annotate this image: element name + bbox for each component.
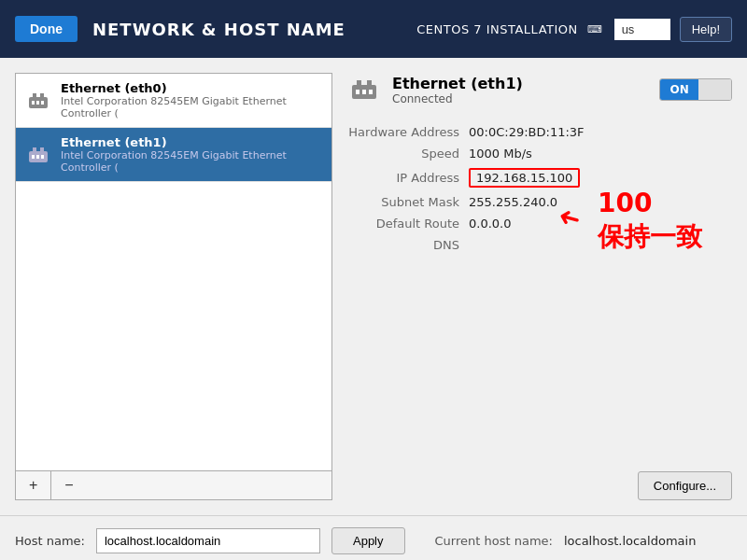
svg-rect-4 (36, 101, 39, 105)
svg-rect-3 (32, 101, 35, 105)
toggle-off-area (698, 79, 731, 100)
page-title: NETWORK & HOST NAME (92, 20, 345, 39)
eth1-detail-status: Connected (392, 92, 523, 105)
apply-button[interactable]: Apply (331, 527, 405, 554)
subnet-value: 255.255.240.0 (469, 195, 557, 209)
current-hostname-value: localhost.localdomain (564, 534, 696, 548)
annotation-line1: 100 (598, 187, 702, 220)
eth0-name: Ethernet (eth0) (61, 81, 322, 95)
hardware-address-value: 00:0C:29:BD:11:3F (469, 125, 585, 139)
bottom-bar: Host name: Apply Current host name: loca… (0, 515, 747, 560)
remove-network-button[interactable]: − (51, 471, 86, 499)
hardware-address-label: Hardware Address (347, 125, 469, 139)
annotation-line2: 保持一致 (598, 220, 702, 254)
main-content: Ethernet (eth0) Intel Corporation 82545E… (0, 58, 747, 515)
ip-value: 192.168.15.100 (469, 168, 580, 188)
svg-rect-9 (32, 155, 35, 159)
eth0-desc: Intel Corporation 82545EM Gigabit Ethern… (61, 95, 322, 119)
toggle-switch[interactable]: ON (659, 78, 732, 101)
svg-rect-2 (40, 93, 44, 98)
hostname-input[interactable] (96, 528, 320, 553)
svg-rect-1 (33, 93, 36, 98)
current-hostname-label: Current host name: (435, 534, 553, 548)
annotation-overlay: 100 保持一致 (598, 187, 702, 255)
add-network-button[interactable]: + (16, 471, 51, 499)
svg-rect-11 (41, 155, 44, 159)
svg-rect-10 (36, 155, 39, 159)
svg-rect-17 (369, 90, 373, 94)
svg-rect-13 (357, 80, 361, 86)
right-panel: Ethernet (eth1) Connected ON Hardware Ad… (347, 73, 732, 500)
svg-rect-5 (41, 101, 44, 105)
ip-label: IP Address (347, 171, 469, 185)
svg-rect-15 (356, 90, 359, 94)
eth0-text: Ethernet (eth0) Intel Corporation 82545E… (61, 81, 322, 119)
done-button[interactable]: Done (15, 16, 78, 42)
left-panel: Ethernet (eth0) Intel Corporation 82545E… (15, 73, 332, 500)
route-label: Default Route (347, 217, 469, 231)
svg-rect-14 (367, 80, 372, 86)
subnet-label: Subnet Mask (347, 195, 469, 209)
configure-button[interactable]: Configure... (638, 471, 732, 500)
toggle-on-label: ON (660, 79, 698, 100)
help-button[interactable]: Help! (680, 17, 732, 42)
list-controls: + − (15, 471, 332, 500)
network-item-eth1[interactable]: Ethernet (eth1) Intel Corporation 82545E… (16, 128, 331, 182)
network-list: Ethernet (eth0) Intel Corporation 82545E… (15, 73, 332, 471)
eth1-name-status: Ethernet (eth1) Connected (392, 75, 523, 105)
header-right: CENTOS 7 INSTALLATION ⌨ Help! (416, 17, 732, 42)
eth-info: Ethernet (eth1) Connected (347, 73, 523, 106)
centos-label: CENTOS 7 INSTALLATION (416, 22, 578, 36)
hostname-label: Host name: (15, 534, 85, 548)
eth1-detail-name: Ethernet (eth1) (392, 75, 523, 92)
speed-value: 1000 Mb/s (469, 147, 532, 161)
ethernet-icon-eth1 (25, 142, 51, 168)
hardware-address-row: Hardware Address 00:0C:29:BD:11:3F (347, 121, 732, 143)
eth1-desc: Intel Corporation 82545EM Gigabit Ethern… (61, 149, 322, 174)
header: Done NETWORK & HOST NAME CENTOS 7 INSTAL… (0, 0, 747, 58)
network-item-eth0[interactable]: Ethernet (eth0) Intel Corporation 82545E… (16, 74, 331, 128)
svg-rect-7 (33, 147, 36, 152)
eth-header: Ethernet (eth1) Connected ON (347, 73, 732, 106)
dns-label: DNS (347, 238, 469, 252)
keyboard-icon: ⌨ (587, 23, 602, 35)
route-value: 0.0.0.0 (469, 217, 511, 231)
svg-rect-8 (40, 147, 44, 152)
locale-input[interactable] (614, 19, 670, 40)
ethernet-icon-eth0 (25, 88, 51, 114)
eth1-detail-icon (347, 73, 381, 106)
speed-row: Speed 1000 Mb/s (347, 143, 732, 164)
eth1-name: Ethernet (eth1) (61, 135, 322, 149)
eth1-text: Ethernet (eth1) Intel Corporation 82545E… (61, 135, 322, 174)
speed-label: Speed (347, 147, 469, 161)
svg-rect-16 (362, 90, 366, 94)
details-table: Hardware Address 00:0C:29:BD:11:3F Speed… (347, 121, 732, 464)
